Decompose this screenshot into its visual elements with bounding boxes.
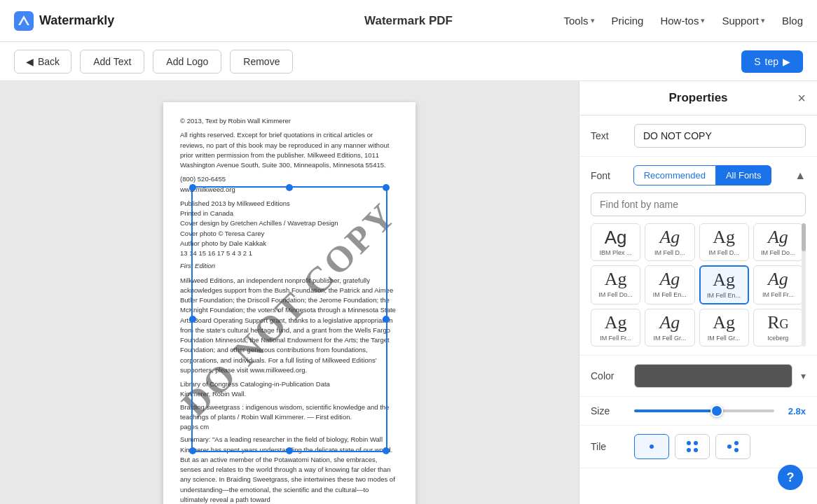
- font-preview-11: Rg: [767, 314, 788, 332]
- properties-header: Properties ×: [579, 81, 817, 115]
- font-name-8: IM Fell Fr...: [594, 335, 637, 342]
- size-label: Size: [591, 405, 626, 416]
- font-name-7: IM Fell Fr...: [757, 291, 799, 298]
- main-content: DO NOT COPY © 2013, Text by Robin Wall K…: [0, 81, 817, 504]
- font-item-5[interactable]: AgIM Fell En...: [645, 265, 694, 304]
- back-button[interactable]: ◀ Back: [14, 50, 71, 74]
- font-name-4: IM Fell Do...: [594, 291, 637, 298]
- page-title: Watermark PDF: [364, 14, 453, 28]
- font-search-input[interactable]: [591, 192, 806, 216]
- properties-title: Properties: [668, 91, 727, 105]
- font-name-0: IBM Plex ...: [594, 249, 637, 256]
- tile-row: Tile: [579, 426, 817, 468]
- font-preview-3: Ag: [768, 228, 788, 246]
- font-name-2: IM Fell D...: [703, 249, 746, 256]
- font-preview-8: Ag: [605, 314, 627, 332]
- nav-tools[interactable]: Tools ▾: [564, 15, 595, 27]
- font-name-11: Iceberg: [757, 335, 799, 342]
- doc-line: Library of Congress Cataloging-in-Public…: [180, 379, 399, 389]
- font-section: Font Recommended All Fonts ▲ AgIBM Plex …: [579, 157, 817, 356]
- font-item-6[interactable]: AgIM Fell En...: [699, 265, 749, 304]
- tile-single[interactable]: [634, 434, 669, 459]
- font-name-1: IM Fell D...: [648, 249, 691, 256]
- doc-line: First Edition: [180, 261, 399, 271]
- doc-line: Cover design by Gretchen Achilles / Wave…: [180, 218, 399, 228]
- font-item-10[interactable]: AgIM Fell Gr...: [699, 309, 749, 346]
- scrollbar-track[interactable]: [802, 223, 806, 346]
- doc-line: Printed in Canada: [180, 209, 399, 218]
- font-item-9[interactable]: AgIM Fell Gr...: [645, 309, 694, 346]
- logo[interactable]: Watermarkly: [14, 11, 114, 31]
- logo-text: Watermarkly: [39, 13, 114, 28]
- size-value: 2.8x: [781, 406, 806, 416]
- size-slider-wrap: 2.8x: [634, 406, 806, 416]
- font-header: Font Recommended All Fonts ▲: [591, 165, 806, 186]
- document-page: DO NOT COPY © 2013, Text by Robin Wall K…: [163, 102, 416, 504]
- font-preview-6: Ag: [713, 271, 735, 289]
- size-slider[interactable]: [634, 410, 774, 412]
- doc-line: Published 2013 by Milkweed Editions: [180, 199, 399, 209]
- font-preview-4: Ag: [605, 270, 627, 288]
- document-area[interactable]: DO NOT COPY © 2013, Text by Robin Wall K…: [0, 81, 579, 504]
- font-preview-10: Ag: [713, 314, 735, 332]
- tools-chevron: ▾: [591, 16, 595, 25]
- font-item-4[interactable]: AgIM Fell Do...: [591, 265, 640, 304]
- step-chevron-icon: ▶: [783, 56, 790, 67]
- font-preview-9: Ag: [659, 314, 680, 332]
- nav-blog[interactable]: Blog: [782, 15, 803, 27]
- doc-line: Author photo by Dale Kakkak: [180, 239, 399, 248]
- font-item-3[interactable]: AgIM Fell Do...: [753, 223, 803, 261]
- doc-line: Milkweed Editions, an independent nonpro…: [180, 276, 399, 376]
- text-input[interactable]: [634, 124, 806, 148]
- add-text-button[interactable]: Add Text: [80, 50, 144, 74]
- font-name-3: IM Fell Do...: [757, 249, 799, 256]
- text-label: Text: [591, 130, 626, 141]
- nav-links: Tools ▾ Pricing How-tos ▾ Support ▾ Blog: [564, 15, 803, 27]
- add-logo-button[interactable]: Add Logo: [153, 50, 221, 74]
- help-button[interactable]: ?: [778, 465, 803, 490]
- doc-line: Braiding sweetgrass : indigenous wisdom,…: [180, 402, 399, 423]
- doc-line: Cover photo © Teresa Carey: [180, 229, 399, 239]
- font-grid-container: AgIBM Plex ...AgIM Fell D...AgIM Fell D.…: [591, 223, 806, 346]
- nav-support[interactable]: Support ▾: [722, 15, 765, 27]
- remove-button[interactable]: Remove: [230, 50, 293, 74]
- tab-all-fonts[interactable]: All Fonts: [716, 165, 772, 186]
- close-button[interactable]: ×: [797, 91, 806, 105]
- font-preview-5: Ag: [659, 270, 680, 288]
- font-item-11[interactable]: RgIceberg: [753, 309, 803, 346]
- text-row: Text: [579, 115, 817, 157]
- color-dropdown-icon[interactable]: ▾: [801, 370, 806, 382]
- doc-line: (800) 520-6455: [180, 174, 399, 184]
- font-name-5: IM Fell En...: [648, 291, 691, 298]
- collapse-button[interactable]: ▲: [795, 169, 806, 182]
- tile-four[interactable]: [675, 434, 710, 459]
- font-item-1[interactable]: AgIM Fell D...: [645, 223, 694, 261]
- doc-line: All rights reserved. Except for brief qu…: [180, 130, 399, 170]
- properties-panel: Properties × Text Font Recommended All F…: [579, 81, 817, 504]
- scrollbar-thumb[interactable]: [802, 223, 806, 251]
- doc-line: Kimmerer, Robin Wall.: [180, 389, 399, 399]
- font-name-6: IM Fell En...: [703, 292, 745, 299]
- font-item-0[interactable]: AgIBM Plex ...: [591, 223, 640, 261]
- color-swatch[interactable]: [634, 364, 792, 388]
- navigation: Watermarkly Watermark PDF Tools ▾ Pricin…: [0, 0, 817, 42]
- tab-recommended[interactable]: Recommended: [633, 165, 716, 186]
- font-name-10: IM Fell Gr...: [703, 335, 746, 342]
- font-item-2[interactable]: AgIM Fell D...: [699, 223, 749, 261]
- tile-options: [634, 434, 750, 459]
- step-label: S: [754, 56, 760, 67]
- nav-pricing[interactable]: Pricing: [612, 15, 644, 27]
- step-button[interactable]: Step ▶: [741, 50, 803, 73]
- tile-three[interactable]: [715, 434, 750, 459]
- size-row: Size 2.8x: [579, 397, 817, 426]
- font-item-8[interactable]: AgIM Fell Fr...: [591, 309, 640, 346]
- doc-line: © 2013, Text by Robin Wall Kimmerer: [180, 116, 399, 126]
- logo-icon: [14, 11, 34, 31]
- nav-howtos[interactable]: How-tos ▾: [660, 15, 705, 27]
- font-label: Font: [591, 170, 610, 181]
- doc-line: Summary: "As a leading researcher in the…: [180, 435, 399, 504]
- back-chevron-icon: ◀: [26, 56, 34, 67]
- doc-line: www.milkweed.org: [180, 185, 399, 195]
- font-item-7[interactable]: AgIM Fell Fr...: [753, 265, 803, 304]
- doc-line: pages cm: [180, 422, 399, 432]
